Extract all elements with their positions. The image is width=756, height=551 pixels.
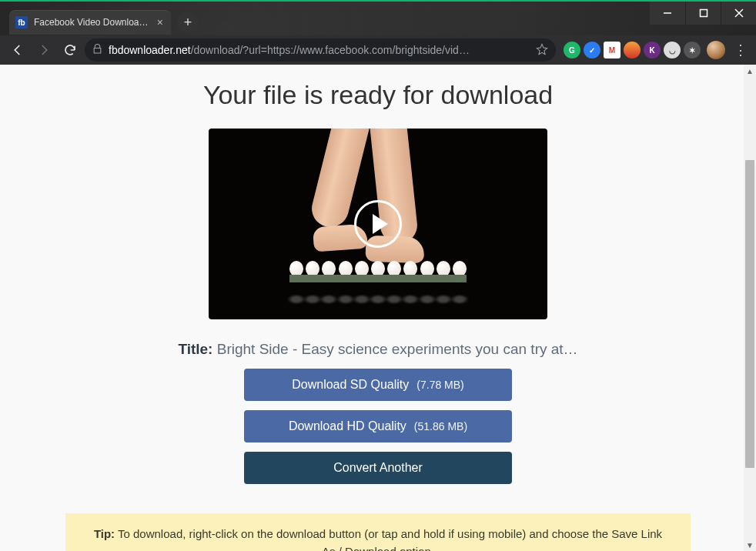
page-headline: Your file is ready for download bbox=[8, 80, 748, 110]
titlebar: fb Facebook Video Downloader - FB… × + bbox=[0, 2, 756, 35]
forward-button[interactable] bbox=[32, 38, 55, 62]
download-buttons: Download SD Quality (7.78 MB) Download H… bbox=[8, 369, 748, 484]
window-controls bbox=[650, 2, 756, 25]
page-content: Your file is ready for download Title: B… bbox=[8, 65, 748, 551]
scrollbar-track[interactable]: ▲ ▼ bbox=[744, 65, 756, 551]
lock-icon bbox=[92, 44, 102, 56]
extension-gmail-icon[interactable]: M bbox=[604, 42, 621, 58]
address-bar[interactable]: fbdownloader.net/download/?url=https://w… bbox=[85, 38, 556, 62]
tabstrip: fb Facebook Video Downloader - FB… × + bbox=[0, 2, 199, 35]
scrollbar-thumb[interactable] bbox=[745, 160, 754, 468]
play-icon[interactable] bbox=[354, 200, 402, 248]
browser-menu-button[interactable]: ⋮ bbox=[731, 42, 750, 58]
extension-pocket-icon[interactable]: ◡ bbox=[664, 42, 681, 58]
title-label: Title: bbox=[178, 341, 212, 357]
back-button[interactable] bbox=[6, 38, 29, 62]
url-path: /download/?url=https://www.facebook.com/… bbox=[191, 44, 470, 56]
reload-button[interactable] bbox=[59, 38, 82, 62]
video-thumbnail-tray bbox=[289, 261, 467, 282]
extension-grammarly-icon[interactable]: G bbox=[564, 42, 580, 58]
extension-orange-icon[interactable] bbox=[624, 42, 641, 58]
convert-another-button[interactable]: Convert Another bbox=[244, 452, 512, 484]
profile-avatar[interactable] bbox=[707, 41, 725, 59]
maximize-button[interactable] bbox=[685, 2, 721, 25]
url-text: fbdownloader.net/download/?url=https://w… bbox=[109, 44, 470, 56]
download-hd-label: Download HD Quality bbox=[289, 419, 406, 433]
extensions-row: G ✓ M K ◡ ✶ bbox=[564, 42, 701, 58]
favicon-icon: fb bbox=[15, 16, 28, 28]
tip-text: To download, right-click on the download… bbox=[118, 527, 662, 551]
download-sd-label: Download SD Quality bbox=[292, 378, 409, 392]
extension-shield-icon[interactable]: ✶ bbox=[684, 42, 701, 58]
video-title: Bright Side - Easy science experiments y… bbox=[217, 341, 578, 357]
browser-window: fb Facebook Video Downloader - FB… × + f… bbox=[0, 0, 756, 551]
scroll-down-icon[interactable]: ▼ bbox=[744, 539, 756, 551]
scroll-up-icon[interactable]: ▲ bbox=[744, 65, 756, 77]
minimize-button[interactable] bbox=[650, 2, 685, 25]
tip-box: Tip: To download, right-click on the dow… bbox=[65, 513, 691, 551]
browser-tab[interactable]: fb Facebook Video Downloader - FB… × bbox=[9, 10, 171, 35]
url-domain: fbdownloader.net bbox=[109, 44, 191, 56]
download-hd-button[interactable]: Download HD Quality (51.86 MB) bbox=[244, 410, 512, 442]
new-tab-button[interactable]: + bbox=[177, 12, 199, 33]
svg-rect-1 bbox=[700, 10, 707, 17]
video-thumbnail-reflection bbox=[289, 292, 467, 316]
close-tab-icon[interactable]: × bbox=[157, 17, 163, 28]
video-title-row: Title: Bright Side - Easy science experi… bbox=[8, 341, 748, 358]
bookmark-star-icon[interactable] bbox=[536, 43, 548, 58]
tab-title: Facebook Video Downloader - FB… bbox=[34, 17, 151, 28]
download-sd-size: (7.78 MB) bbox=[416, 379, 463, 391]
tip-label: Tip: bbox=[94, 527, 115, 540]
close-window-button[interactable] bbox=[721, 2, 756, 25]
download-sd-button[interactable]: Download SD Quality (7.78 MB) bbox=[244, 369, 512, 401]
download-hd-size: (51.86 MB) bbox=[414, 420, 467, 432]
video-preview[interactable] bbox=[209, 129, 547, 319]
convert-another-label: Convert Another bbox=[333, 461, 423, 475]
toolbar: fbdownloader.net/download/?url=https://w… bbox=[0, 35, 756, 65]
extension-k-icon[interactable]: K bbox=[644, 42, 661, 58]
extension-check-icon[interactable]: ✓ bbox=[584, 42, 600, 58]
page-viewport: Your file is ready for download Title: B… bbox=[0, 65, 756, 551]
